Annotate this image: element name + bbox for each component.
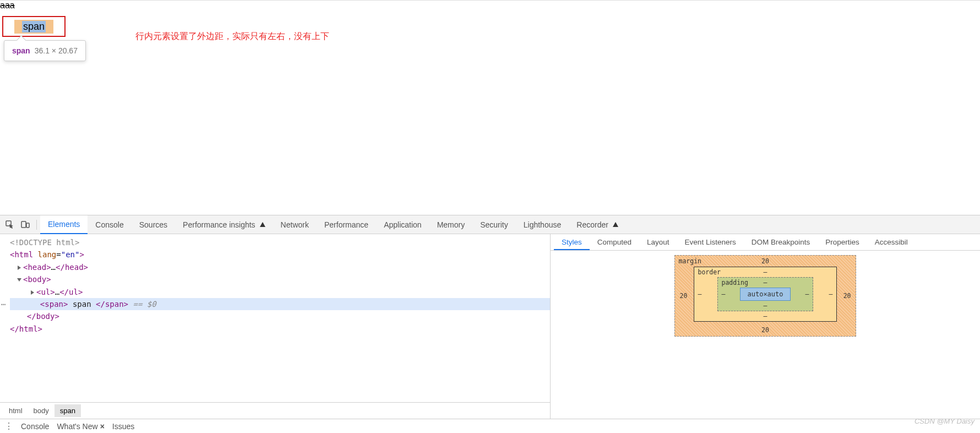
dom-head[interactable]: <head>…</head>	[10, 261, 550, 273]
crumb-body[interactable]: body	[28, 404, 55, 417]
tab-sources[interactable]: Sources	[132, 215, 175, 234]
inspect-highlight-box: span	[2, 16, 66, 37]
crumb-html[interactable]: html	[3, 404, 28, 417]
bm-border-left[interactable]: ‒	[698, 290, 701, 298]
tab-recorder[interactable]: Recorder	[569, 215, 626, 234]
bm-border-bottom[interactable]: ‒	[764, 312, 767, 320]
drawer-tab-console[interactable]: Console	[21, 422, 49, 431]
tab-performance-insights[interactable]: Performance insights	[175, 215, 273, 234]
inspect-tooltip: span 36.1 × 20.67	[4, 40, 86, 61]
bm-border-top[interactable]: ‒	[764, 268, 767, 276]
devtools-panel: Elements Console Sources Performance ins…	[0, 215, 980, 433]
tab-elements[interactable]: Elements	[40, 215, 88, 234]
bm-padding-left[interactable]: ‒	[721, 290, 725, 298]
text-aaa: aaa	[0, 1, 15, 10]
divider	[36, 220, 37, 230]
styles-tab-event-listeners[interactable]: Event Listeners	[677, 234, 744, 250]
styles-tab-dom-breakpoints[interactable]: DOM Breakpoints	[744, 234, 818, 250]
drawer-tab-whatsnew[interactable]: What's New ×	[57, 422, 104, 431]
expand-triangle-icon[interactable]	[18, 266, 21, 270]
svg-rect-1	[21, 221, 26, 228]
bm-border-right[interactable]: ‒	[829, 290, 833, 298]
bm-margin-bottom[interactable]: 20	[761, 326, 769, 334]
experiment-icon	[260, 222, 265, 227]
drawer-menu-icon[interactable]: ⋮	[4, 421, 13, 431]
experiment-icon	[613, 222, 618, 227]
tab-network[interactable]: Network	[273, 215, 317, 234]
margin-overlay: span	[14, 20, 53, 34]
close-icon[interactable]: ×	[100, 422, 105, 431]
tab-memory[interactable]: Memory	[429, 215, 473, 234]
bm-margin-left[interactable]: 20	[679, 292, 687, 300]
bm-margin-top[interactable]: 20	[761, 257, 769, 265]
styles-tab-accessibility[interactable]: Accessibil	[867, 234, 916, 250]
tab-security[interactable]: Security	[472, 215, 516, 234]
dom-html-close[interactable]: </html>	[10, 323, 550, 335]
drawer-tabbar: ⋮ Console What's New × Issues	[0, 419, 980, 433]
devtools-tabbar: Elements Console Sources Performance ins…	[0, 215, 980, 234]
dom-ul[interactable]: <ul>…</ul>	[10, 286, 550, 298]
styles-panel: Styles Computed Layout Event Listeners D…	[551, 234, 980, 419]
styles-tab-styles[interactable]: Styles	[554, 234, 590, 250]
bm-padding-label: padding	[721, 279, 748, 286]
crumb-span[interactable]: span	[55, 404, 81, 417]
dom-doctype[interactable]: <!DOCTYPE html>	[10, 236, 550, 248]
breadcrumb: html body span	[0, 402, 550, 419]
tab-application[interactable]: Application	[376, 215, 429, 234]
elements-panel: <!DOCTYPE html> <html lang="en"> <head>……	[0, 234, 551, 419]
box-model-diagram[interactable]: margin 20 20 20 20 border ‒ ‒ ‒ ‒ padd	[674, 255, 856, 337]
expand-triangle-icon[interactable]	[31, 290, 34, 295]
tab-performance[interactable]: Performance	[317, 215, 376, 234]
drawer-tab-issues[interactable]: Issues	[112, 422, 134, 431]
bm-content[interactable]: auto×auto	[740, 288, 790, 301]
annotation-text: 行内元素设置了外边距，实际只有左右，没有上下	[135, 31, 329, 42]
styles-tab-layout[interactable]: Layout	[639, 234, 677, 250]
styles-tab-computed[interactable]: Computed	[590, 234, 639, 250]
bm-padding-top[interactable]: ‒	[764, 279, 767, 286]
tooltip-tagname: span	[12, 46, 30, 55]
tab-lighthouse[interactable]: Lighthouse	[516, 215, 569, 234]
tab-console[interactable]: Console	[88, 215, 131, 234]
rendered-page: aaa span 行内元素设置了外边距，实际只有左右，没有上下 span 36.…	[0, 0, 980, 215]
collapse-triangle-icon[interactable]	[17, 278, 21, 282]
inspect-element-icon[interactable]	[2, 217, 18, 232]
dom-tree[interactable]: <!DOCTYPE html> <html lang="en"> <head>……	[0, 234, 550, 402]
dom-body-open[interactable]: <body>	[10, 273, 550, 285]
svg-rect-2	[26, 223, 29, 228]
dom-html-open[interactable]: <html lang="en">	[10, 248, 550, 261]
bm-padding-right[interactable]: ‒	[805, 290, 809, 298]
bm-padding-bottom[interactable]: ‒	[764, 302, 767, 310]
bm-margin-label: margin	[678, 257, 701, 265]
bm-border-label: border	[698, 268, 721, 276]
styles-tabbar: Styles Computed Layout Event Listeners D…	[551, 234, 980, 251]
device-toolbar-icon[interactable]	[18, 217, 33, 232]
styles-tab-properties[interactable]: Properties	[818, 234, 867, 250]
tooltip-dimensions: 36.1 × 20.67	[35, 46, 78, 55]
content-overlay: span	[22, 21, 46, 33]
dom-span-selected[interactable]: <span> span </span> == $0	[10, 298, 550, 310]
dom-body-close[interactable]: </body>	[10, 310, 550, 322]
bm-margin-right[interactable]: 20	[843, 292, 851, 300]
watermark: CSDN @MY Daisy	[914, 417, 974, 425]
